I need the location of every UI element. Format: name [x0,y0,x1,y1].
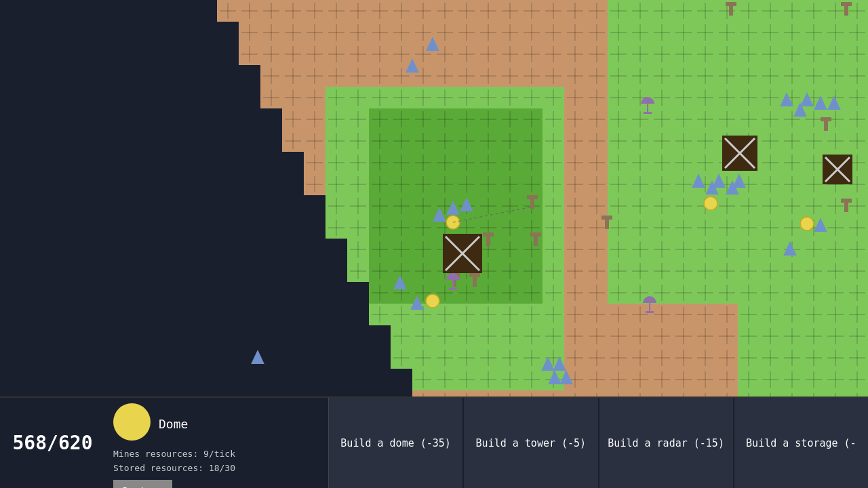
game-map[interactable] [0,0,868,396]
hud-panel: 568/620 Dome Mines resources: 9/tick Sto… [0,396,868,488]
dome-header: Dome [113,403,320,445]
stored-resources-label: Stored resources: 18/30 [113,462,320,476]
mines-resources-label: Mines resources: 9/tick [113,447,320,462]
resource-display: 568/620 [0,398,105,488]
build-dome-button[interactable]: Build a dome (-35) [329,398,464,488]
resource-count: 568/620 [12,432,92,454]
build-tower-button[interactable]: Build a tower (-5) [464,398,599,488]
dome-icon [113,403,151,441]
selection-info: Dome Mines resources: 9/tick Stored reso… [105,398,329,488]
build-actions: Build a dome (-35) Build a tower (-5) Bu… [329,398,868,488]
dome-stats: Mines resources: 9/tick Stored resources… [113,447,320,476]
destroy-button[interactable]: Destroy [113,480,172,488]
build-radar-button[interactable]: Build a radar (-15) [599,398,734,488]
dome-title: Dome [159,417,188,431]
build-storage-button[interactable]: Build a storage (- [734,398,868,488]
